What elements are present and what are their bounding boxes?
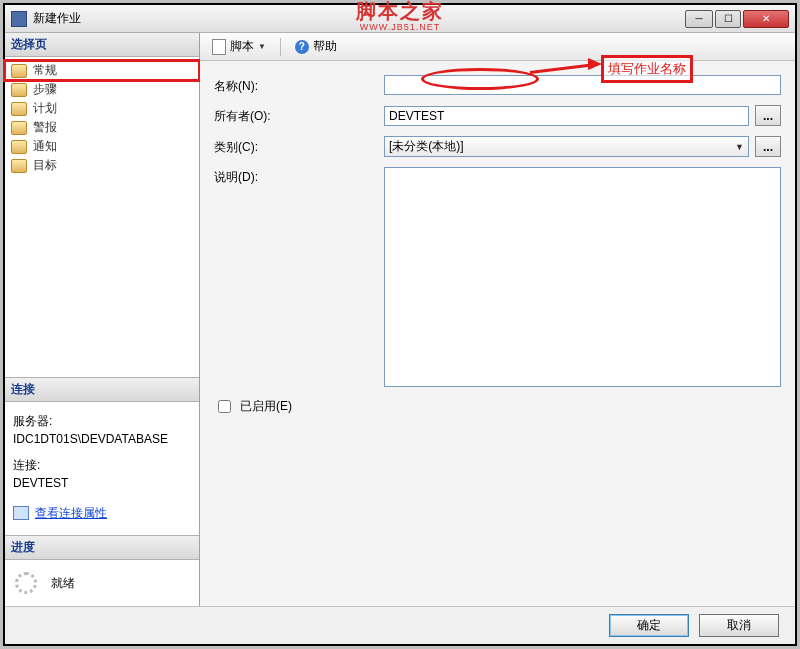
help-icon: ? bbox=[295, 40, 309, 54]
connection-header: 连接 bbox=[5, 377, 199, 402]
progress-panel: 就绪 bbox=[5, 560, 199, 606]
help-button[interactable]: ? 帮助 bbox=[291, 36, 341, 57]
category-browse-button[interactable]: ... bbox=[755, 136, 781, 157]
page-list: 常规 步骤 计划 警报 通知 bbox=[5, 57, 199, 377]
chevron-down-icon: ▼ bbox=[735, 142, 744, 152]
minimize-button[interactable]: ─ bbox=[685, 10, 713, 28]
progress-status: 就绪 bbox=[51, 575, 75, 592]
sidebar-item-alerts[interactable]: 警报 bbox=[5, 118, 199, 137]
name-input[interactable] bbox=[384, 75, 781, 95]
sidebar-item-label: 目标 bbox=[33, 157, 57, 174]
sidebar-item-label: 计划 bbox=[33, 100, 57, 117]
main-toolbar: 脚本 ▼ ? 帮助 bbox=[200, 33, 795, 61]
folder-icon bbox=[11, 140, 27, 154]
folder-icon bbox=[11, 64, 27, 78]
description-textarea[interactable] bbox=[384, 167, 781, 387]
dialog-footer: 确定 取消 bbox=[5, 606, 795, 644]
enabled-checkbox[interactable] bbox=[218, 400, 231, 413]
script-label: 脚本 bbox=[230, 38, 254, 55]
form-area: 名称(N): 所有者(O): ... 类别(C): bbox=[200, 61, 795, 606]
sidebar-item-steps[interactable]: 步骤 bbox=[5, 80, 199, 99]
script-icon bbox=[212, 39, 226, 55]
enabled-label: 已启用(E) bbox=[240, 398, 292, 415]
maximize-button[interactable]: ☐ bbox=[715, 10, 741, 28]
folder-icon bbox=[11, 159, 27, 173]
sidebar-item-label: 警报 bbox=[33, 119, 57, 136]
folder-icon bbox=[11, 83, 27, 97]
select-page-header: 选择页 bbox=[5, 33, 199, 57]
view-connection-properties-link[interactable]: 查看连接属性 bbox=[13, 504, 107, 522]
connection-value: DEVTEST bbox=[13, 474, 191, 492]
cancel-button[interactable]: 取消 bbox=[699, 614, 779, 637]
script-button[interactable]: 脚本 ▼ bbox=[208, 36, 270, 57]
sidebar-item-label: 常规 bbox=[33, 62, 57, 79]
sidebar-item-notifications[interactable]: 通知 bbox=[5, 137, 199, 156]
sidebar-item-schedules[interactable]: 计划 bbox=[5, 99, 199, 118]
progress-header: 进度 bbox=[5, 535, 199, 560]
window-title: 新建作业 bbox=[33, 10, 683, 27]
server-label: 服务器: bbox=[13, 412, 191, 430]
help-label: 帮助 bbox=[313, 38, 337, 55]
server-value: IDC1DT01S\DEVDATABASE bbox=[13, 430, 191, 448]
folder-icon bbox=[11, 102, 27, 116]
close-button[interactable]: ✕ bbox=[743, 10, 789, 28]
toolbar-separator bbox=[280, 38, 281, 56]
category-combobox[interactable]: [未分类(本地)] ▼ bbox=[384, 136, 749, 157]
titlebar: 新建作业 ─ ☐ ✕ bbox=[5, 5, 795, 33]
ok-button[interactable]: 确定 bbox=[609, 614, 689, 637]
progress-spinner-icon bbox=[15, 572, 37, 594]
sidebar: 选择页 常规 步骤 计划 警报 bbox=[5, 33, 200, 606]
database-icon bbox=[13, 506, 29, 520]
owner-browse-button[interactable]: ... bbox=[755, 105, 781, 126]
sidebar-item-general[interactable]: 常规 bbox=[5, 61, 199, 80]
sidebar-item-targets[interactable]: 目标 bbox=[5, 156, 199, 175]
owner-input[interactable] bbox=[384, 106, 749, 126]
owner-label: 所有者(O): bbox=[214, 106, 384, 125]
folder-icon bbox=[11, 121, 27, 135]
chevron-down-icon: ▼ bbox=[258, 42, 266, 51]
main-panel: 脚本 ▼ ? 帮助 名称(N): 所有者(O): bbox=[200, 33, 795, 606]
description-label: 说明(D): bbox=[214, 167, 384, 186]
category-value: [未分类(本地)] bbox=[389, 138, 464, 155]
name-label: 名称(N): bbox=[214, 76, 384, 95]
category-label: 类别(C): bbox=[214, 137, 384, 156]
dialog-window: 新建作业 ─ ☐ ✕ 选择页 常规 步骤 计划 bbox=[3, 3, 797, 646]
sidebar-item-label: 步骤 bbox=[33, 81, 57, 98]
connection-panel: 服务器: IDC1DT01S\DEVDATABASE 连接: DEVTEST 查… bbox=[5, 402, 199, 535]
sidebar-item-label: 通知 bbox=[33, 138, 57, 155]
link-label: 查看连接属性 bbox=[35, 504, 107, 522]
connection-label: 连接: bbox=[13, 456, 191, 474]
app-icon bbox=[11, 11, 27, 27]
